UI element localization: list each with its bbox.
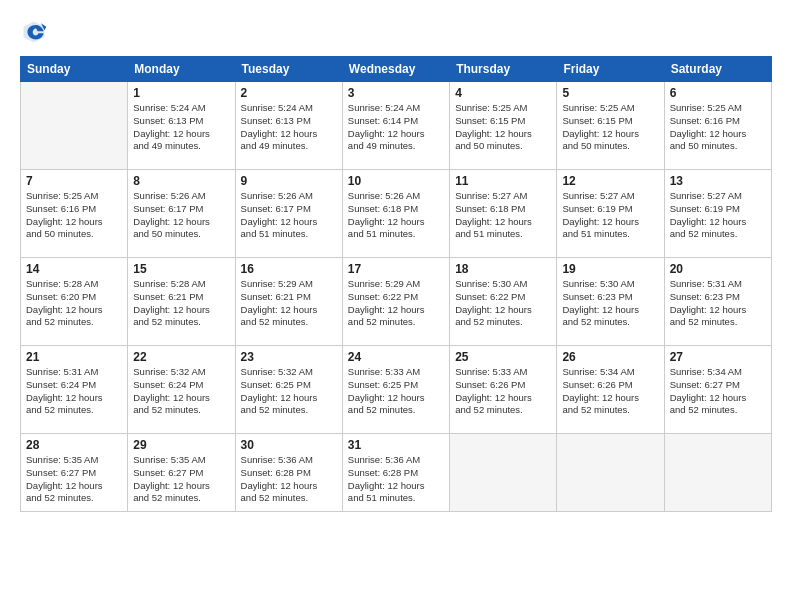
logo-icon — [20, 18, 48, 46]
week-row-5: 28Sunrise: 5:35 AM Sunset: 6:27 PM Dayli… — [21, 434, 772, 512]
calendar-cell: 31Sunrise: 5:36 AM Sunset: 6:28 PM Dayli… — [342, 434, 449, 512]
day-info: Sunrise: 5:25 AM Sunset: 6:16 PM Dayligh… — [26, 190, 122, 241]
calendar-cell: 10Sunrise: 5:26 AM Sunset: 6:18 PM Dayli… — [342, 170, 449, 258]
week-row-2: 7Sunrise: 5:25 AM Sunset: 6:16 PM Daylig… — [21, 170, 772, 258]
weekday-header-monday: Monday — [128, 57, 235, 82]
day-info: Sunrise: 5:30 AM Sunset: 6:22 PM Dayligh… — [455, 278, 551, 329]
calendar-cell: 18Sunrise: 5:30 AM Sunset: 6:22 PM Dayli… — [450, 258, 557, 346]
day-info: Sunrise: 5:34 AM Sunset: 6:26 PM Dayligh… — [562, 366, 658, 417]
calendar-cell: 23Sunrise: 5:32 AM Sunset: 6:25 PM Dayli… — [235, 346, 342, 434]
day-info: Sunrise: 5:29 AM Sunset: 6:22 PM Dayligh… — [348, 278, 444, 329]
calendar-cell: 13Sunrise: 5:27 AM Sunset: 6:19 PM Dayli… — [664, 170, 771, 258]
day-info: Sunrise: 5:26 AM Sunset: 6:17 PM Dayligh… — [241, 190, 337, 241]
weekday-header-saturday: Saturday — [664, 57, 771, 82]
day-info: Sunrise: 5:34 AM Sunset: 6:27 PM Dayligh… — [670, 366, 766, 417]
day-info: Sunrise: 5:26 AM Sunset: 6:17 PM Dayligh… — [133, 190, 229, 241]
day-number: 16 — [241, 262, 337, 276]
day-number: 12 — [562, 174, 658, 188]
calendar-cell: 4Sunrise: 5:25 AM Sunset: 6:15 PM Daylig… — [450, 82, 557, 170]
day-info: Sunrise: 5:31 AM Sunset: 6:23 PM Dayligh… — [670, 278, 766, 329]
day-number: 28 — [26, 438, 122, 452]
day-info: Sunrise: 5:24 AM Sunset: 6:13 PM Dayligh… — [241, 102, 337, 153]
day-info: Sunrise: 5:29 AM Sunset: 6:21 PM Dayligh… — [241, 278, 337, 329]
calendar-cell: 26Sunrise: 5:34 AM Sunset: 6:26 PM Dayli… — [557, 346, 664, 434]
day-info: Sunrise: 5:27 AM Sunset: 6:18 PM Dayligh… — [455, 190, 551, 241]
day-info: Sunrise: 5:33 AM Sunset: 6:25 PM Dayligh… — [348, 366, 444, 417]
day-info: Sunrise: 5:32 AM Sunset: 6:24 PM Dayligh… — [133, 366, 229, 417]
day-number: 22 — [133, 350, 229, 364]
day-info: Sunrise: 5:32 AM Sunset: 6:25 PM Dayligh… — [241, 366, 337, 417]
calendar-cell: 1Sunrise: 5:24 AM Sunset: 6:13 PM Daylig… — [128, 82, 235, 170]
day-number: 23 — [241, 350, 337, 364]
day-number: 15 — [133, 262, 229, 276]
day-number: 7 — [26, 174, 122, 188]
calendar-cell — [21, 82, 128, 170]
logo — [20, 18, 52, 46]
day-number: 25 — [455, 350, 551, 364]
weekday-header-row: SundayMondayTuesdayWednesdayThursdayFrid… — [21, 57, 772, 82]
calendar-cell: 20Sunrise: 5:31 AM Sunset: 6:23 PM Dayli… — [664, 258, 771, 346]
calendar-cell — [450, 434, 557, 512]
calendar-table: SundayMondayTuesdayWednesdayThursdayFrid… — [20, 56, 772, 512]
calendar-cell: 2Sunrise: 5:24 AM Sunset: 6:13 PM Daylig… — [235, 82, 342, 170]
calendar-cell: 21Sunrise: 5:31 AM Sunset: 6:24 PM Dayli… — [21, 346, 128, 434]
calendar-cell: 24Sunrise: 5:33 AM Sunset: 6:25 PM Dayli… — [342, 346, 449, 434]
day-info: Sunrise: 5:28 AM Sunset: 6:21 PM Dayligh… — [133, 278, 229, 329]
calendar-cell: 16Sunrise: 5:29 AM Sunset: 6:21 PM Dayli… — [235, 258, 342, 346]
day-info: Sunrise: 5:25 AM Sunset: 6:15 PM Dayligh… — [562, 102, 658, 153]
day-number: 17 — [348, 262, 444, 276]
day-info: Sunrise: 5:36 AM Sunset: 6:28 PM Dayligh… — [348, 454, 444, 505]
day-info: Sunrise: 5:25 AM Sunset: 6:15 PM Dayligh… — [455, 102, 551, 153]
day-info: Sunrise: 5:25 AM Sunset: 6:16 PM Dayligh… — [670, 102, 766, 153]
calendar-cell: 12Sunrise: 5:27 AM Sunset: 6:19 PM Dayli… — [557, 170, 664, 258]
calendar-cell: 30Sunrise: 5:36 AM Sunset: 6:28 PM Dayli… — [235, 434, 342, 512]
calendar-cell: 25Sunrise: 5:33 AM Sunset: 6:26 PM Dayli… — [450, 346, 557, 434]
day-number: 5 — [562, 86, 658, 100]
calendar-cell: 8Sunrise: 5:26 AM Sunset: 6:17 PM Daylig… — [128, 170, 235, 258]
weekday-header-thursday: Thursday — [450, 57, 557, 82]
day-number: 8 — [133, 174, 229, 188]
day-number: 9 — [241, 174, 337, 188]
calendar-cell: 14Sunrise: 5:28 AM Sunset: 6:20 PM Dayli… — [21, 258, 128, 346]
calendar-cell: 27Sunrise: 5:34 AM Sunset: 6:27 PM Dayli… — [664, 346, 771, 434]
day-info: Sunrise: 5:27 AM Sunset: 6:19 PM Dayligh… — [562, 190, 658, 241]
week-row-3: 14Sunrise: 5:28 AM Sunset: 6:20 PM Dayli… — [21, 258, 772, 346]
day-info: Sunrise: 5:28 AM Sunset: 6:20 PM Dayligh… — [26, 278, 122, 329]
week-row-1: 1Sunrise: 5:24 AM Sunset: 6:13 PM Daylig… — [21, 82, 772, 170]
day-number: 14 — [26, 262, 122, 276]
day-number: 3 — [348, 86, 444, 100]
day-info: Sunrise: 5:26 AM Sunset: 6:18 PM Dayligh… — [348, 190, 444, 241]
calendar-cell: 17Sunrise: 5:29 AM Sunset: 6:22 PM Dayli… — [342, 258, 449, 346]
day-info: Sunrise: 5:30 AM Sunset: 6:23 PM Dayligh… — [562, 278, 658, 329]
calendar-cell: 29Sunrise: 5:35 AM Sunset: 6:27 PM Dayli… — [128, 434, 235, 512]
day-number: 31 — [348, 438, 444, 452]
calendar-cell: 9Sunrise: 5:26 AM Sunset: 6:17 PM Daylig… — [235, 170, 342, 258]
day-number: 6 — [670, 86, 766, 100]
page: SundayMondayTuesdayWednesdayThursdayFrid… — [0, 0, 792, 612]
day-number: 13 — [670, 174, 766, 188]
day-number: 20 — [670, 262, 766, 276]
weekday-header-tuesday: Tuesday — [235, 57, 342, 82]
day-number: 4 — [455, 86, 551, 100]
day-number: 1 — [133, 86, 229, 100]
day-number: 27 — [670, 350, 766, 364]
calendar-cell: 7Sunrise: 5:25 AM Sunset: 6:16 PM Daylig… — [21, 170, 128, 258]
day-number: 29 — [133, 438, 229, 452]
day-info: Sunrise: 5:31 AM Sunset: 6:24 PM Dayligh… — [26, 366, 122, 417]
weekday-header-friday: Friday — [557, 57, 664, 82]
day-info: Sunrise: 5:24 AM Sunset: 6:14 PM Dayligh… — [348, 102, 444, 153]
svg-marker-0 — [24, 22, 45, 43]
calendar-cell — [557, 434, 664, 512]
calendar-cell: 3Sunrise: 5:24 AM Sunset: 6:14 PM Daylig… — [342, 82, 449, 170]
day-number: 19 — [562, 262, 658, 276]
calendar-cell — [664, 434, 771, 512]
day-number: 26 — [562, 350, 658, 364]
day-info: Sunrise: 5:27 AM Sunset: 6:19 PM Dayligh… — [670, 190, 766, 241]
week-row-4: 21Sunrise: 5:31 AM Sunset: 6:24 PM Dayli… — [21, 346, 772, 434]
day-info: Sunrise: 5:35 AM Sunset: 6:27 PM Dayligh… — [26, 454, 122, 505]
calendar-cell: 5Sunrise: 5:25 AM Sunset: 6:15 PM Daylig… — [557, 82, 664, 170]
day-number: 10 — [348, 174, 444, 188]
calendar-cell: 19Sunrise: 5:30 AM Sunset: 6:23 PM Dayli… — [557, 258, 664, 346]
weekday-header-sunday: Sunday — [21, 57, 128, 82]
calendar-cell: 28Sunrise: 5:35 AM Sunset: 6:27 PM Dayli… — [21, 434, 128, 512]
